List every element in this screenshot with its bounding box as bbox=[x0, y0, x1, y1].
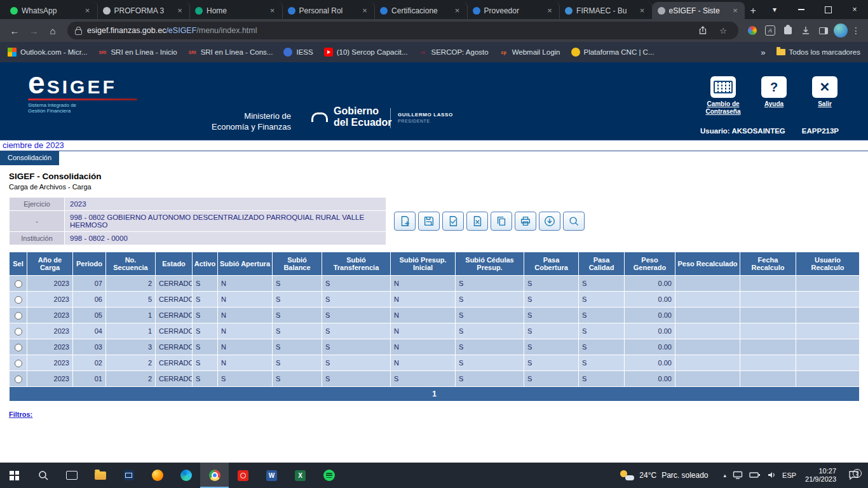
tab-close-icon[interactable]: × bbox=[83, 6, 92, 15]
page-title: SIGEF - Consolidación bbox=[9, 172, 859, 181]
bookmark-item[interactable]: m SERCOP: Agosto bbox=[419, 48, 489, 57]
edge-button[interactable] bbox=[172, 463, 200, 488]
mail-app-button[interactable] bbox=[114, 463, 143, 488]
hidden-icons-chevron-icon[interactable]: ▴ bbox=[724, 472, 727, 478]
row-select-radio[interactable] bbox=[15, 280, 22, 288]
spotify-button[interactable] bbox=[315, 463, 343, 488]
profile-avatar[interactable] bbox=[834, 24, 848, 37]
print-button[interactable] bbox=[515, 212, 536, 231]
all-bookmarks-button[interactable]: Todos los marcadores bbox=[776, 48, 861, 56]
translate-icon[interactable]: A bbox=[763, 23, 778, 38]
tab-search-icon[interactable]: ▾ bbox=[761, 0, 788, 19]
tab-close-icon[interactable]: × bbox=[638, 6, 647, 15]
tab-close-icon[interactable]: × bbox=[545, 6, 554, 15]
forward-button[interactable]: → bbox=[25, 25, 42, 36]
bookmarks-overflow-icon[interactable]: » bbox=[761, 48, 765, 57]
acrobat-button[interactable] bbox=[229, 463, 257, 488]
volume-icon[interactable] bbox=[767, 471, 776, 480]
bookmark-favicon-icon: SRI bbox=[188, 48, 197, 57]
table-cell bbox=[740, 276, 796, 292]
firefox-button[interactable] bbox=[143, 463, 172, 488]
excel-button[interactable]: X bbox=[286, 463, 315, 488]
copy-button[interactable] bbox=[491, 212, 512, 231]
browser-toolbar: ← → ⌂ esigef.finanzas.gob.ec/eSIGEF/menu… bbox=[0, 19, 868, 42]
save-button[interactable] bbox=[418, 212, 440, 231]
taskbar-search-button[interactable] bbox=[29, 463, 57, 488]
delete-button[interactable] bbox=[466, 212, 488, 231]
browser-tab[interactable]: Home × bbox=[190, 2, 283, 19]
browser-tab[interactable]: eSIGEF - Siste × bbox=[653, 2, 745, 19]
row-select-radio[interactable] bbox=[15, 296, 22, 304]
table-cell: S bbox=[273, 339, 322, 355]
row-select-radio[interactable] bbox=[15, 376, 22, 383]
tab-close-icon[interactable]: × bbox=[268, 6, 277, 15]
file-explorer-button[interactable] bbox=[86, 463, 114, 488]
approve-button[interactable] bbox=[442, 212, 464, 231]
table-cell: S bbox=[456, 292, 524, 308]
bookmark-item[interactable]: SRI SRI en Línea - Cons... bbox=[188, 48, 273, 57]
browser-tab[interactable]: Proveedor × bbox=[468, 2, 560, 19]
bookmark-item[interactable]: (10) Sercop Capacit... bbox=[324, 48, 408, 57]
browser-tab[interactable]: WhatsApp × bbox=[5, 2, 98, 19]
bookmark-item[interactable]: Outlook.com - Micr... bbox=[8, 48, 87, 57]
display-icon[interactable] bbox=[733, 471, 743, 480]
row-select-radio[interactable] bbox=[15, 312, 22, 320]
logout-button[interactable]: ✕ Salir bbox=[799, 76, 850, 116]
weather-widget[interactable]: 24°C Parc. soleado bbox=[611, 463, 717, 488]
extension-pinwheel-icon[interactable] bbox=[745, 23, 760, 38]
battery-icon[interactable] bbox=[749, 471, 761, 480]
word-button[interactable]: W bbox=[257, 463, 286, 488]
download-button[interactable] bbox=[539, 212, 560, 231]
table-cell: 5 bbox=[106, 292, 156, 308]
browser-menu-icon[interactable]: ⋮ bbox=[850, 25, 862, 36]
tab-close-icon[interactable]: × bbox=[453, 6, 462, 15]
window-maximize-icon[interactable] bbox=[815, 0, 841, 19]
table-cell: N bbox=[391, 292, 456, 308]
window-minimize-icon[interactable] bbox=[788, 0, 815, 19]
table-cell: 2023 bbox=[27, 292, 73, 308]
filters-link[interactable]: Filtros: bbox=[9, 410, 32, 418]
bookmark-label: Outlook.com - Micr... bbox=[20, 48, 87, 56]
browser-tab[interactable]: Personal Rol × bbox=[283, 2, 376, 19]
bookmark-item[interactable]: cp Webmail Login bbox=[499, 48, 560, 57]
tab-consolidacion[interactable]: Consolidación bbox=[0, 151, 59, 165]
task-view-button[interactable] bbox=[57, 463, 86, 488]
window-close-icon[interactable]: × bbox=[841, 0, 868, 19]
browser-tab[interactable]: FIRMAEC - Bu × bbox=[560, 2, 653, 19]
create-button[interactable] bbox=[394, 212, 416, 231]
tab-close-icon[interactable]: × bbox=[360, 6, 369, 15]
clock[interactable]: 10:27 21/9/2023 bbox=[803, 467, 839, 484]
tab-close-icon[interactable]: × bbox=[731, 6, 740, 15]
row-select-radio[interactable] bbox=[15, 328, 22, 336]
extensions-puzzle-icon[interactable] bbox=[780, 23, 796, 38]
browser-tab[interactable]: PROFORMA 3 × bbox=[98, 2, 191, 19]
bookmark-item[interactable]: IESS bbox=[283, 48, 313, 57]
table-cell bbox=[740, 339, 796, 355]
share-icon[interactable] bbox=[695, 23, 710, 38]
search-button[interactable] bbox=[563, 212, 585, 231]
notifications-button[interactable]: 2 bbox=[845, 470, 862, 480]
new-tab-button[interactable]: + bbox=[745, 3, 761, 19]
tab-close-icon[interactable]: × bbox=[175, 6, 184, 15]
row-select-radio[interactable] bbox=[15, 360, 22, 367]
table-row: 2023 05 1 CERRADO S N S S N S S S 0.00 bbox=[10, 308, 860, 323]
side-panel-icon[interactable] bbox=[816, 23, 831, 38]
downloads-icon[interactable] bbox=[798, 23, 813, 38]
chrome-button[interactable] bbox=[200, 463, 229, 488]
language-indicator[interactable]: ESP bbox=[782, 471, 796, 479]
back-button[interactable]: ← bbox=[6, 25, 23, 36]
address-bar[interactable]: esigef.finanzas.gob.ec/eSIGEF/menu/index… bbox=[67, 22, 738, 39]
bookmark-item[interactable]: SRI SRI en Línea - Inicio bbox=[98, 48, 177, 57]
browser-tab[interactable]: Certificacione × bbox=[375, 2, 468, 19]
bookmark-label: Webmail Login bbox=[512, 48, 560, 56]
change-password-button[interactable]: Cambio de Contraseña bbox=[698, 76, 749, 116]
table-cell: S bbox=[193, 308, 218, 323]
help-button[interactable]: ? Ayuda bbox=[749, 76, 799, 116]
start-button[interactable] bbox=[0, 463, 29, 488]
bookmark-star-icon[interactable]: ☆ bbox=[715, 23, 731, 38]
home-button[interactable]: ⌂ bbox=[44, 25, 61, 36]
pagination-page-1[interactable]: 1 bbox=[10, 387, 860, 402]
row-select-radio[interactable] bbox=[15, 344, 22, 351]
bookmark-item[interactable]: Plataforma CNC | C... bbox=[571, 48, 654, 57]
cargas-table: Sel Año de Carga Periodo No. Secuencia E… bbox=[9, 252, 860, 402]
